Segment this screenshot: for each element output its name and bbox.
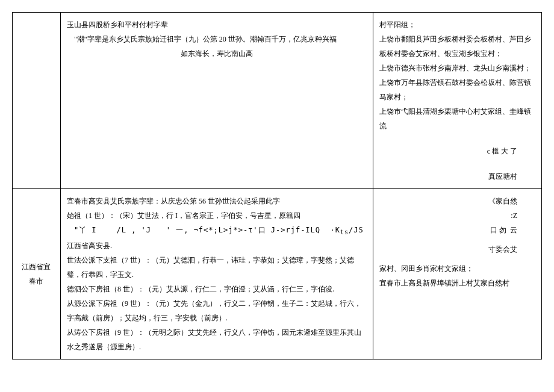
- text-line: "潮"字辈是东乡艾氏宗族始迁祖宇（九）公第 20 世孙。潮翰百千万，亿兆京种兴福: [67, 32, 367, 46]
- text-line: 上饶市鄱阳县芦田乡板桥村委会板桥村、芦田乡板桥村委会艾家村、银宝湖乡银宝村；: [379, 32, 535, 61]
- text-line: 世法公派下支祖（7 世）：（元）艾德泗，行恭一，讳珪，字恭如；艾德璋，字斐然；艾…: [67, 253, 367, 282]
- text-line: 真应塘村: [379, 169, 535, 184]
- table-row: 玉山县四股桥乡和平村付村字辈"潮"字辈是东乡艾氏宗族始迁祖宇（九）公第 20 世…: [13, 13, 542, 189]
- text-line: 玉山县四股桥乡和平村付村字辈: [67, 17, 367, 32]
- text-line: 家村、冈田乡肖家村文家组；: [379, 261, 535, 276]
- text-line: 上饶市德兴市张村乡南岸村、龙头山乡南溪村；: [379, 61, 535, 75]
- text-line: 《家自然: [379, 194, 535, 208]
- table-row: 江西省宜春市宜春市高安县艾氏宗族字辈：从庆忠公第 56 世孙世法公起采用此字始祖…: [13, 189, 542, 359]
- text-line: 上饶市万年县陈营镇石鼓村委会松坂村、陈营镇马家村；: [379, 75, 535, 104]
- text-line: 江西省高安县.: [67, 238, 367, 253]
- text-line: 上饶市弋阳县清湖乡栗塘中心村艾家组、圭峰镇流: [379, 104, 535, 133]
- genealogy-cell: 玉山县四股桥乡和平村付村字辈"潮"字辈是东乡艾氏宗族始迁祖宇（九）公第 20 世…: [60, 13, 373, 189]
- text-line: 从源公派下房祖（9 世）：（元）艾先（金九），行义二，字仲韧，生子二：艾起城，行…: [67, 296, 367, 325]
- locations-cell: 村平阳组；上饶市鄱阳县芦田乡板桥村委会板桥村、芦田乡板桥村委会艾家村、银宝湖乡银…: [373, 13, 542, 189]
- region-cell: 江西省宜春市: [13, 189, 61, 359]
- text-line: 村平阳组；: [379, 17, 535, 32]
- text-line: 寸委会艾: [379, 242, 535, 257]
- text-line: 德泗公下房祖（8 世）：（元）艾从源，行仁二，字伯澄；艾从涵，行仁三，字伯浚.: [67, 282, 367, 296]
- text-line: "丫 I /L , 'J ' 一, ¬f<*;L>j*>-τ'口 J->rjf-…: [67, 223, 367, 238]
- text-line: 宜春市上高县新界埠镇洲上村艾家自然村: [379, 276, 535, 290]
- text-line: 宜春市高安县艾氏宗族字辈：从庆忠公第 56 世孙世法公起采用此字: [67, 194, 367, 208]
- genealogy-cell: 宜春市高安县艾氏宗族字辈：从庆忠公第 56 世孙世法公起采用此字始祖（1 世）：…: [60, 189, 373, 359]
- locations-cell: 《家自然:Z口 勿 云寸委会艾家村、冈田乡肖家村文家组；宜春市上高县新界埠镇洲上…: [373, 189, 542, 359]
- text-line: 口 勿 云: [379, 223, 535, 237]
- text-line: 如东海长，寿比南山高: [67, 46, 367, 61]
- text-line: c 槛 大 了: [379, 144, 535, 158]
- text-line: :Z: [379, 208, 535, 223]
- text-line: 始祖（1 世）：（宋）艾世法，行 I，官名宗正，字伯安，号吉星，原籍四: [67, 208, 367, 223]
- region-cell: [13, 13, 61, 189]
- text-line: 从涛公下房祖（9 世）：（元明之际）艾艾先经，行义八，字仲饬，因元末避难至源里乐…: [67, 325, 367, 354]
